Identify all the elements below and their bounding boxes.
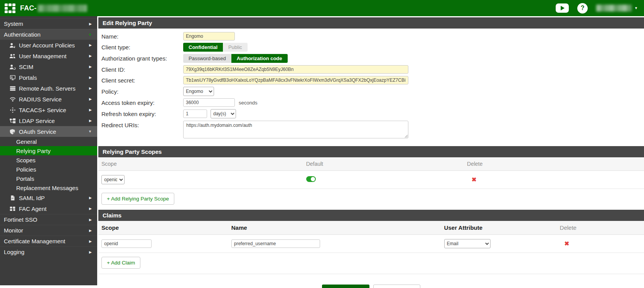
form-actions: Save Cancel — [98, 285, 644, 288]
chevron-right-icon: ▶ — [89, 207, 92, 211]
sidebar-item-portals[interactable]: Portals▶ — [0, 72, 97, 83]
sidebar-item-scopes[interactable]: Scopes — [0, 155, 97, 165]
sidebar-item-general[interactable]: General — [0, 137, 97, 146]
refresh-token-expiry-label: Refresh token expiry: — [101, 111, 183, 117]
name-input[interactable] — [183, 32, 235, 40]
user-policies-icon — [9, 42, 17, 48]
fortinet-logo-icon[interactable] — [5, 3, 15, 13]
chevron-down-icon: ▼ — [88, 130, 92, 133]
chevron-right-icon: ▶ — [89, 22, 92, 26]
scopes-col-default: Default — [303, 157, 464, 170]
sidebar-item-radius-service[interactable]: RADIUS Service▶ — [0, 94, 97, 104]
cancel-button[interactable]: Cancel — [373, 285, 420, 288]
sidebar-item-label: Portals — [16, 175, 34, 182]
sidebar-item-logging[interactable]: Logging▶ — [0, 246, 97, 257]
sidebar-item-ldap-service[interactable]: LDAP Service▶ — [0, 115, 97, 126]
client-id-input[interactable] — [183, 65, 408, 74]
sidebar-item-label: Replacement Messages — [16, 185, 78, 191]
refresh-token-unit-select[interactable]: day(s) — [211, 109, 236, 118]
delete-claim-icon[interactable]: ✖ — [565, 240, 570, 247]
client-type-confidential[interactable]: Confidential — [183, 43, 223, 52]
user-menu[interactable]: ▼ — [596, 5, 638, 12]
relying-party-form: Name: Client type: Confidential Public A… — [98, 29, 644, 146]
delete-scope-icon[interactable]: ✖ — [472, 176, 477, 183]
refresh-token-expiry-input[interactable] — [183, 109, 207, 118]
sidebar-item-scim[interactable]: SCIM▶ — [0, 61, 97, 72]
default-toggle[interactable] — [306, 176, 316, 182]
sidebar-item-label: Authentication — [4, 31, 40, 38]
sidebar-item-tacacs-service[interactable]: TACACS+ Service▶ — [0, 104, 97, 115]
topbar-actions: ? ▼ — [556, 3, 638, 13]
sidebar-item-label: Monitor — [4, 227, 23, 234]
scopes-table-header: Scope Default Delete — [98, 157, 644, 171]
claim-user-attribute-select[interactable]: Email — [444, 239, 491, 248]
redirect-uris-textarea[interactable]: https://auth.mydomain.com/auth — [183, 121, 408, 138]
sidebar-item-label: TACACS+ Service — [19, 107, 66, 113]
sidebar-item-label: LDAP Service — [19, 118, 55, 124]
chevron-right-icon: ▶ — [89, 76, 92, 79]
sidebar-item-monitor[interactable]: Monitor▶ — [0, 225, 97, 236]
oauth-shield-icon — [9, 128, 17, 135]
scope-select[interactable]: openid — [101, 175, 125, 184]
sidebar-item-fac-agent[interactable]: FAC Agent▶ — [0, 203, 97, 214]
redirect-uris-label: Redirect URIs: — [101, 121, 183, 128]
client-id-label: Client ID: — [101, 66, 183, 73]
sidebar-item-relying-party[interactable]: Relying Party — [0, 146, 97, 155]
sidebar-item-label: Portals — [19, 74, 37, 81]
claims-table-row: Email ✖ — [98, 235, 644, 253]
grant-authorization-code[interactable]: Authorization code — [231, 54, 288, 63]
chevron-right-icon: ▶ — [89, 43, 92, 47]
access-token-expiry-input[interactable] — [183, 98, 235, 107]
client-secret-input[interactable] — [183, 76, 408, 84]
claim-scope-input[interactable] — [101, 239, 152, 248]
sidebar-item-label: User Management — [19, 53, 66, 59]
sidebar-item-user-management[interactable]: User Management▶ — [0, 51, 97, 61]
sidebar-item-oauth-service[interactable]: OAuth Service▼ — [0, 126, 97, 137]
client-type-label: Client type: — [101, 44, 183, 51]
app-brand: FAC- — [20, 4, 87, 12]
sidebar-item-certificate-management[interactable]: Certificate Management▶ — [0, 236, 97, 246]
grant-password-based[interactable]: Password-based — [183, 54, 231, 63]
servers-icon — [9, 85, 17, 91]
chevron-right-icon: ▶ — [89, 108, 92, 112]
client-type-public[interactable]: Public — [223, 43, 247, 52]
chevron-right-icon: ▶ — [89, 239, 92, 243]
add-relying-party-scope-button[interactable]: + Add Relying Party Scope — [101, 193, 174, 205]
sidebar-item-label: Fortinet SSO — [4, 216, 37, 223]
sidebar-item-label: System — [4, 20, 23, 27]
sidebar-item-saml-idp[interactable]: SAML IdP▶ — [0, 192, 97, 203]
claims-section-title: Claims — [98, 210, 644, 221]
help-icon[interactable]: ? — [577, 3, 588, 13]
add-claim-button[interactable]: + Add Claim — [101, 257, 140, 269]
sidebar: System▶Authentication▼User Account Polic… — [0, 16, 97, 285]
radius-wifi-icon — [9, 96, 17, 102]
client-secret-label: Client secret: — [101, 77, 183, 84]
sidebar-item-user-account-policies[interactable]: User Account Policies▶ — [0, 40, 97, 51]
claims-col-delete: Delete — [557, 221, 644, 234]
grant-types-toggle: Password-based Authorization code — [183, 54, 288, 63]
chevron-right-icon: ▶ — [89, 65, 92, 69]
users-icon — [9, 53, 17, 59]
toggle-knob — [311, 177, 315, 181]
scopes-col-delete: Delete — [464, 157, 644, 170]
sidebar-item-replacement-messages[interactable]: Replacement Messages — [0, 183, 97, 192]
sidebar-item-label: Relying Party — [16, 148, 51, 154]
sidebar-item-authentication[interactable]: Authentication▼ — [0, 29, 97, 40]
sidebar-item-label: Remote Auth. Servers — [19, 85, 76, 92]
claim-name-input[interactable] — [231, 239, 320, 248]
sidebar-item-remote-auth-servers[interactable]: Remote Auth. Servers▶ — [0, 83, 97, 94]
portal-icon — [9, 74, 17, 81]
sidebar-item-fortinet-sso[interactable]: Fortinet SSO▶ — [0, 214, 97, 225]
sidebar-item-system[interactable]: System▶ — [0, 18, 97, 29]
fac-agent-icon — [9, 205, 17, 212]
tacacs-arrows-icon — [9, 107, 17, 113]
video-tutorials-icon[interactable] — [556, 3, 569, 13]
grant-types-label: Authorization grant types: — [101, 55, 183, 62]
claims-table-header: Scope Name User Attribute Delete — [98, 221, 644, 235]
save-button[interactable]: Save — [322, 285, 369, 288]
sidebar-item-policies[interactable]: Policies — [0, 165, 97, 174]
policy-select[interactable]: Engomo — [183, 87, 214, 96]
chevron-right-icon: ▶ — [89, 54, 92, 58]
sidebar-item-label: SAML IdP — [19, 195, 45, 201]
sidebar-item-portals[interactable]: Portals — [0, 174, 97, 183]
